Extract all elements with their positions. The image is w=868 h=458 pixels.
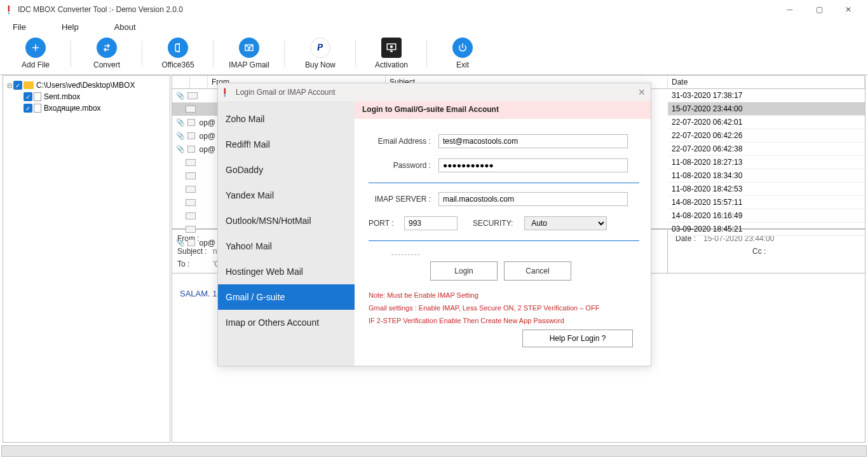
cancel-button[interactable]: Cancel bbox=[504, 261, 571, 281]
activation-button[interactable]: Activation bbox=[356, 38, 427, 69]
envelope-icon bbox=[187, 239, 195, 246]
menu-file[interactable]: File bbox=[13, 22, 26, 32]
provider-item[interactable]: Yandex Mail bbox=[218, 183, 355, 208]
table-row[interactable]: 11-08-2020 18:27:13 bbox=[668, 156, 865, 169]
convert-icon bbox=[97, 38, 117, 58]
table-row[interactable] bbox=[172, 209, 219, 223]
table-row[interactable]: 📎op@ bbox=[172, 129, 219, 142]
convert-button[interactable]: Convert bbox=[71, 38, 142, 69]
table-row[interactable]: 22-07-2020 06:42:01 bbox=[668, 116, 865, 129]
tree-item[interactable]: ✓ Sent.mbox bbox=[6, 91, 167, 102]
menubar: File Help About bbox=[0, 19, 868, 34]
table-row[interactable]: 31-03-2020 17:38:17 bbox=[668, 89, 865, 102]
table-row[interactable]: 11-08-2020 18:34:30 bbox=[668, 169, 865, 183]
collapse-icon[interactable]: ⊟ bbox=[6, 82, 13, 89]
attachment-icon: 📎 bbox=[176, 118, 185, 127]
add-file-button[interactable]: Add File bbox=[0, 38, 71, 69]
minimize-button[interactable]: ─ bbox=[775, 0, 804, 19]
menu-about[interactable]: About bbox=[114, 22, 136, 32]
checkbox-icon[interactable]: ✓ bbox=[13, 81, 22, 90]
attachment-icon: 📎 bbox=[176, 92, 185, 100]
envelope-icon bbox=[186, 226, 196, 233]
provider-item[interactable]: Gmail / G-suite bbox=[218, 284, 355, 310]
table-row[interactable]: 📎op@ bbox=[172, 142, 219, 156]
mail-check-icon bbox=[239, 38, 259, 58]
menu-help[interactable]: Help bbox=[62, 22, 79, 32]
security-select[interactable]: Auto bbox=[524, 216, 607, 230]
table-row[interactable]: 14-08-2020 16:16:49 bbox=[668, 209, 865, 223]
envelope-icon bbox=[186, 159, 196, 166]
table-row[interactable] bbox=[172, 183, 219, 196]
paypal-icon bbox=[310, 38, 330, 58]
help-for-login-button[interactable]: Help For Login ? bbox=[522, 330, 633, 347]
cc-label: Cc : bbox=[752, 247, 780, 256]
attachment-icon: 📎 bbox=[176, 132, 185, 140]
date-column[interactable]: Date bbox=[668, 76, 865, 88]
table-row[interactable]: 03-09-2020 18:45:21 bbox=[668, 223, 865, 236]
toolbar: Add File Convert Office365 IMAP Gmail Bu… bbox=[0, 34, 868, 75]
attachment-column[interactable] bbox=[172, 76, 190, 88]
svg-rect-3 bbox=[224, 88, 226, 95]
table-row[interactable]: 📎op@ bbox=[172, 116, 219, 129]
table-row[interactable]: 📎op@ bbox=[172, 236, 219, 249]
table-row[interactable]: 11-08-2020 18:42:53 bbox=[668, 183, 865, 196]
provider-item[interactable]: Rediff! Mail bbox=[218, 132, 355, 157]
security-label: SECURITY: bbox=[473, 219, 513, 228]
note-line: Gmail settings : Enable IMAP, Less Secur… bbox=[369, 302, 639, 315]
email-field[interactable] bbox=[438, 134, 628, 148]
table-row[interactable] bbox=[172, 223, 219, 236]
table-row[interactable] bbox=[172, 102, 219, 116]
office-icon bbox=[168, 38, 188, 58]
tree-root[interactable]: ⊟ ✓ C:\Users\ved\Desktop\MBOX bbox=[6, 80, 167, 91]
table-row[interactable]: 14-08-2020 15:57:11 bbox=[668, 196, 865, 209]
buy-now-label: Buy Now bbox=[305, 60, 336, 69]
imap-gmail-label: IMAP Gmail bbox=[229, 60, 269, 69]
provider-item[interactable]: Zoho Mail bbox=[218, 106, 355, 132]
server-label: IMAP SERVER : bbox=[369, 195, 438, 204]
provider-item[interactable]: Outlook/MSN/HotMail bbox=[218, 208, 355, 233]
tree-item[interactable]: ✓ Входящие.mbox bbox=[6, 102, 167, 114]
password-field[interactable] bbox=[438, 158, 628, 172]
dialog-close-button[interactable]: ✕ bbox=[638, 87, 646, 97]
close-button[interactable]: ✕ bbox=[834, 0, 863, 19]
folder-tree[interactable]: ⊟ ✓ C:\Users\ved\Desktop\MBOX ✓ Sent.mbo… bbox=[3, 75, 170, 443]
provider-list: Zoho MailRediff! MailGoDaddyYandex MailO… bbox=[218, 101, 355, 366]
office365-button[interactable]: Office365 bbox=[142, 38, 214, 69]
envelope-icon bbox=[186, 186, 196, 193]
table-row[interactable] bbox=[172, 196, 219, 209]
buy-now-button[interactable]: Buy Now bbox=[285, 38, 356, 69]
checkbox-icon[interactable]: ✓ bbox=[24, 92, 32, 101]
provider-item[interactable]: GoDaddy bbox=[218, 157, 355, 183]
provider-item[interactable]: Hostinger Web Mail bbox=[218, 259, 355, 284]
attachment-icon: 📎 bbox=[176, 239, 185, 247]
divider bbox=[369, 240, 639, 241]
port-field[interactable] bbox=[404, 216, 458, 230]
maximize-button[interactable]: ▢ bbox=[804, 0, 834, 19]
dialog-titlebar: Login Gmail or IMAP Account ✕ bbox=[218, 83, 651, 101]
checkbox-icon[interactable]: ✓ bbox=[24, 104, 32, 113]
envelope-icon bbox=[186, 199, 196, 206]
add-file-label: Add File bbox=[22, 60, 50, 69]
envelope-icon bbox=[187, 132, 195, 139]
table-row[interactable]: 📎 bbox=[172, 89, 219, 102]
table-row[interactable] bbox=[172, 156, 219, 169]
folder-icon bbox=[24, 81, 34, 89]
divider bbox=[369, 183, 639, 183]
provider-item[interactable]: Imap or Others Account bbox=[218, 310, 355, 335]
table-row[interactable]: 15-07-2020 23:44:00 bbox=[668, 102, 865, 116]
dialog-icon bbox=[223, 88, 232, 97]
statusbar bbox=[1, 445, 867, 457]
icon-column[interactable] bbox=[190, 76, 208, 88]
imap-server-field[interactable] bbox=[438, 192, 628, 206]
exit-button[interactable]: Exit bbox=[427, 38, 498, 69]
table-row[interactable]: 22-07-2020 06:42:38 bbox=[668, 142, 865, 156]
attachment-icon: 📎 bbox=[176, 145, 185, 153]
table-row[interactable] bbox=[172, 169, 219, 183]
dialog-title: Login Gmail or IMAP Account bbox=[236, 88, 336, 97]
table-row[interactable]: 22-07-2020 06:42:26 bbox=[668, 129, 865, 142]
imap-gmail-button[interactable]: IMAP Gmail bbox=[214, 38, 285, 69]
login-button[interactable]: Login bbox=[430, 261, 498, 281]
provider-item[interactable]: Yahoo! Mail bbox=[218, 233, 355, 259]
note-line: Note: Must be Enable IMAP Setting bbox=[369, 289, 639, 302]
svg-rect-0 bbox=[8, 6, 10, 12]
